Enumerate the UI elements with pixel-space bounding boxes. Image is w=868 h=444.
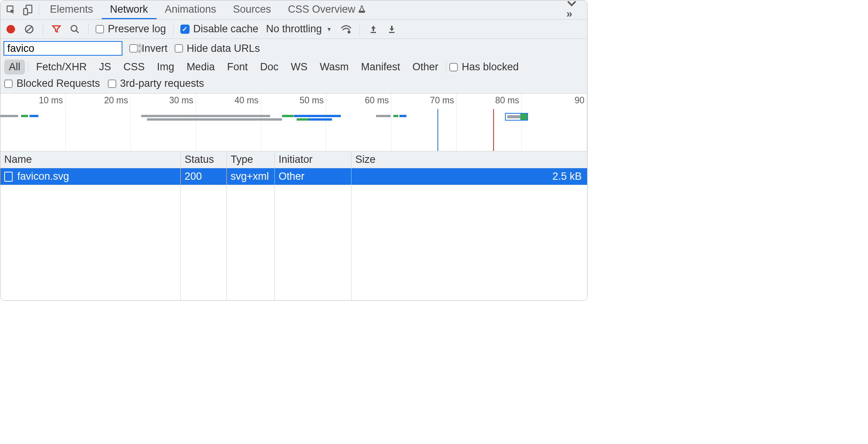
separator [28,62,28,73]
has-blocked-checkbox[interactable]: Has blocked [449,61,519,73]
col-status[interactable]: Status [181,151,227,168]
tab-css-overview[interactable]: CSS Overview [279,0,375,19]
tl-domcontent-line [493,109,494,151]
filter-input[interactable] [7,43,137,55]
request-type-filter-row2: Blocked Requests 3rd-party requests [0,75,587,94]
tab-sources[interactable]: Sources [224,0,279,19]
chip-font[interactable]: Font [223,60,252,75]
row-type: svg+xml [227,168,275,185]
tab-css-overview-label: CSS Overview [288,3,355,15]
has-blocked-label: Has blocked [462,61,519,73]
network-conditions-icon[interactable] [340,23,353,36]
disable-cache-checkbox[interactable]: ✓ Disable cache [180,23,259,35]
chip-img[interactable]: Img [152,60,179,75]
checkbox-unchecked-icon [4,80,13,88]
tab-elements[interactable]: Elements [41,0,102,19]
preserve-log-checkbox[interactable]: Preserve log [96,23,166,35]
col-name[interactable]: Name [0,151,181,168]
checkbox-unchecked-icon [175,44,183,53]
blocked-requests-checkbox[interactable]: Blocked Requests [4,78,100,89]
device-toolbar-icon[interactable] [20,2,36,18]
checkbox-unchecked-icon [96,25,104,33]
disable-cache-label: Disable cache [193,23,259,35]
blocked-requests-label: Blocked Requests [17,78,100,89]
throttling-select[interactable]: No throttling ▼ [264,23,334,35]
export-har-icon[interactable] [385,23,398,36]
clear-button[interactable] [23,23,36,36]
tl-tick: 90 [574,95,584,106]
chip-other[interactable]: Other [408,60,443,75]
checkbox-unchecked-icon [449,63,458,71]
row-initiator: Other [275,168,351,185]
svg-line-4 [27,27,32,31]
svg-line-6 [76,30,79,33]
main-tabbar: Elements Network Animations Sources CSS … [0,0,587,20]
chip-manifest[interactable]: Manifest [356,60,405,75]
svg-rect-9 [389,32,394,33]
tabs-group: Elements Network Animations Sources CSS … [41,0,375,19]
chip-wasm[interactable]: Wasm [315,60,353,75]
svg-rect-2 [24,8,28,15]
chip-all[interactable]: All [4,60,25,75]
table-empty-area [0,185,587,300]
tl-tick: 50 ms [300,95,324,106]
record-button[interactable] [4,23,17,36]
third-party-checkbox[interactable]: 3rd-party requests [108,78,204,89]
search-icon[interactable] [68,23,81,36]
tl-tick: 40 ms [234,95,259,106]
row-size: 2.5 kB [351,168,587,185]
chip-fetch-xhr[interactable]: Fetch/XHR [31,60,91,75]
chip-css[interactable]: CSS [119,60,150,75]
chip-ws[interactable]: WS [286,60,312,75]
record-icon [7,25,15,33]
svg-rect-8 [371,32,376,33]
devtools-network-panel: Elements Network Animations Sources CSS … [0,0,587,301]
inspect-element-icon[interactable] [3,2,20,18]
tl-load-line [437,109,438,151]
preserve-log-label: Preserve log [108,23,166,35]
table-row[interactable]: favicon.svg 200 svg+xml Other 2.5 kB [0,168,587,185]
chevron-down-icon: ▼ [327,26,332,32]
tl-tick: 60 ms [365,95,389,106]
tl-tick: 30 ms [169,95,193,106]
clear-filter-icon[interactable]: ✕ [137,44,142,53]
flask-icon [358,4,366,14]
separator [173,23,173,35]
svg-point-7 [347,30,350,33]
table-header: Name Status Type Initiator Size [0,151,587,168]
separator [88,23,89,35]
tl-tick: 10 ms [39,95,63,106]
row-status: 200 [181,168,227,185]
tl-tick: 20 ms [104,95,128,106]
request-type-filter: All Fetch/XHR JS CSS Img Media Font Doc … [0,58,587,75]
hide-data-urls-checkbox[interactable]: Hide data URLs [175,43,260,55]
hide-data-urls-label: Hide data URLs [187,43,260,55]
separator [360,23,360,35]
timeline-overview[interactable]: 10 ms 20 ms 30 ms 40 ms 50 ms 60 ms 70 m… [0,94,587,151]
tl-tick: 70 ms [430,95,454,106]
filter-bar: ✕ Invert Hide data URLs [0,39,587,58]
col-size[interactable]: Size [351,151,587,168]
tab-animations[interactable]: Animations [157,0,225,19]
tl-tick: 80 ms [495,95,519,106]
filter-toggle-icon[interactable] [50,23,63,36]
throttling-value: No throttling [266,23,322,35]
separator [39,4,39,16]
import-har-icon[interactable] [367,23,380,36]
more-tabs-icon[interactable]: » [559,0,585,20]
chip-doc[interactable]: Doc [256,60,283,75]
requests-table: Name Status Type Initiator Size favicon.… [0,151,587,300]
network-toolbar: Preserve log ✓ Disable cache No throttli… [0,20,587,39]
file-icon [4,172,13,182]
col-type[interactable]: Type [227,151,275,168]
tl-selection[interactable] [505,113,528,121]
col-initiator[interactable]: Initiator [275,151,351,168]
row-name: favicon.svg [17,171,69,182]
chip-js[interactable]: JS [94,60,116,75]
tab-network[interactable]: Network [102,0,157,19]
separator [446,62,446,73]
separator [43,23,43,35]
invert-label: Invert [142,43,168,55]
filter-input-wrapper: ✕ [3,41,122,56]
chip-media[interactable]: Media [182,60,219,75]
